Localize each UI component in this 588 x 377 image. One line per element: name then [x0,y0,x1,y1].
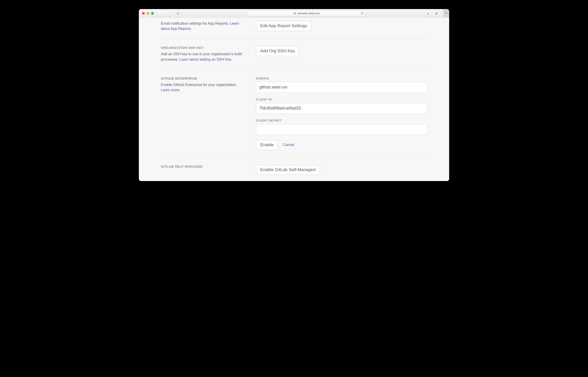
forward-button[interactable] [165,11,172,16]
back-button[interactable] [158,11,165,16]
text: Email notification settings for App Repo… [161,22,230,25]
section-org-ssh-key: ORGANIZATION SSH KEY Add an SSH key to u… [161,40,427,70]
section-app-reports: Email notification settings for App Repo… [161,19,427,40]
section-github-enterprise: GITHUB ENTERPRISE Enable GitHub Enterpri… [161,70,427,158]
svg-rect-0 [177,12,179,14]
chevron-left-icon [160,12,163,15]
sidebar-toggle-button[interactable] [175,11,182,16]
close-window-button[interactable] [142,12,145,15]
domain-label: DOMAIN [256,77,427,80]
learn-github-enterprise-link[interactable]: Learn more. [161,88,180,92]
github-enterprise-description: Enable GitHub Enterprise for your organi… [161,82,247,93]
enable-github-enterprise-button[interactable]: Enable [256,140,278,150]
window-controls [142,12,154,15]
chevron-right-icon [167,12,170,15]
domain-input[interactable] [256,82,427,93]
edit-app-report-settings-button[interactable]: Edit App Report Settings [256,21,311,31]
client-secret-input[interactable] [256,124,427,135]
text: Enable GitHub Enterprise for your organi… [161,83,237,87]
svg-rect-4 [436,13,437,14]
minimize-window-button[interactable] [147,12,149,15]
org-ssh-key-title: ORGANIZATION SSH KEY [161,46,247,49]
share-icon [427,12,429,15]
page-body: Email notification settings for App Repo… [139,18,449,181]
github-enterprise-title: GITHUB ENTERPRISE [161,77,247,80]
zoom-window-button[interactable] [151,12,154,15]
client-secret-label: CLIENT SECRET [256,119,427,122]
learn-ssh-key-link[interactable]: Learn about adding an SSH Key. [179,58,232,61]
share-button[interactable] [425,11,431,16]
add-org-ssh-key-button[interactable]: Add Org SSH Key [256,46,299,56]
gitlab-self-managed-title: GITLAB SELF-MANAGED [161,165,247,168]
client-id-input[interactable] [256,103,427,114]
lock-icon [294,12,296,14]
svg-rect-3 [436,12,438,14]
address-bar[interactable]: console.seed.run [248,11,366,16]
url-host: console.seed.run [297,12,319,15]
sidebar-icon [177,12,179,15]
new-tab-button[interactable]: + [443,9,449,18]
plus-icon: + [445,11,448,16]
tabs-button[interactable] [433,11,440,16]
org-ssh-key-description: Add an SSH key to use in your organizati… [161,51,247,62]
browser-toolbar: console.seed.run + [139,9,449,18]
browser-window: console.seed.run + [139,9,449,181]
nav-buttons [158,11,172,16]
app-reports-description: Email notification settings for App Repo… [161,21,247,31]
tabs-icon [435,12,438,15]
client-id-label: CLIENT ID [256,98,427,101]
cancel-github-enterprise-link[interactable]: Cancel [283,143,294,147]
enable-gitlab-self-managed-button[interactable]: Enable GitLab Self-Managed [256,165,320,175]
section-gitlab-self-managed: GITLAB SELF-MANAGED Enable GitLab Self-M… [161,158,427,175]
reload-icon[interactable] [361,12,364,15]
